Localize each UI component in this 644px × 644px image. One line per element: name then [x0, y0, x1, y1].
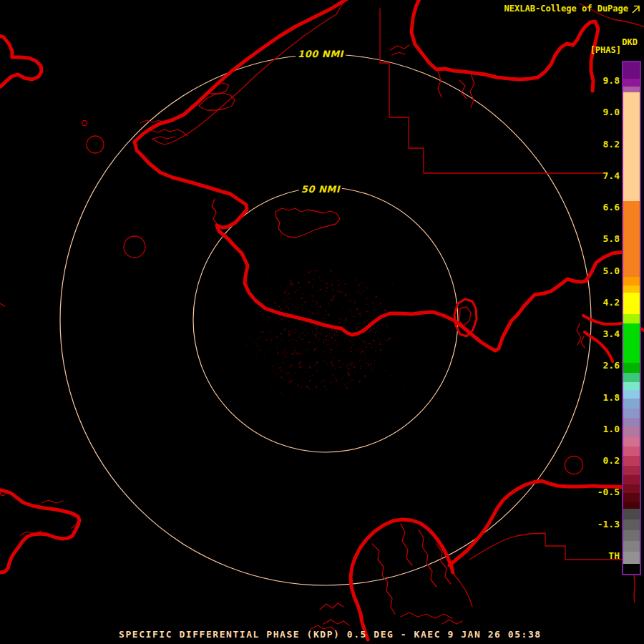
colorbar-segment [623, 493, 640, 502]
colorbar-segment [623, 390, 640, 399]
colorbar-segment [623, 530, 640, 541]
bottom-squiggle-2 [323, 620, 349, 625]
peninsula-thin-1 [42, 500, 63, 503]
lake-circle-1 [82, 121, 87, 126]
marsh-topright-2 [392, 52, 405, 55]
topleft-lake [0, 34, 42, 88]
river-branch-1 [438, 71, 441, 97]
lake-west-outflow [351, 558, 368, 640]
colorbar-segment [623, 427, 640, 437]
delta-squiggle-1 [577, 323, 581, 345]
radar-echo-layer [245, 268, 407, 397]
colorbar-segment [623, 437, 640, 447]
bay-lagoon-outline [275, 208, 340, 238]
bottom-squiggle-5 [442, 620, 462, 624]
colorbar-segment [623, 277, 640, 286]
map-thin-lines [0, 0, 644, 631]
county-line-top [380, 9, 605, 173]
barrier-coastline [135, 0, 624, 351]
status-bar: SPECIFIC DIFFERENTIAL PHASE (KDP) 0.5 DE… [119, 629, 542, 640]
colorbar-segment [623, 363, 640, 373]
lagoon-line [152, 0, 348, 145]
ring-label-100nmi: 100 NMI [296, 49, 346, 59]
colorbar-segment [623, 399, 640, 409]
delta-squiggle-2 [581, 336, 585, 348]
colorbar-segment [623, 519, 640, 530]
colorbar-segment [623, 466, 640, 475]
se-coastline [449, 481, 624, 565]
colorbar-segment [623, 92, 640, 201]
colorbar-segment [623, 373, 640, 382]
colorbar-segment [623, 293, 640, 314]
lake-river-2 [401, 524, 412, 565]
northeast-arrow-icon [631, 4, 640, 14]
colorbar-segment [623, 502, 640, 509]
marsh-line-3 [153, 137, 175, 139]
colorbar-segment [623, 323, 640, 363]
sw-peninsula [0, 489, 79, 572]
colorbar-segment [623, 447, 640, 456]
ring-label-50nmi: 50 NMI [299, 184, 342, 195]
bottom-squiggle-1 [320, 603, 343, 610]
range-ring-50nmi [193, 187, 458, 452]
colorbar-segment [623, 418, 640, 427]
se-border-line-2 [628, 574, 635, 602]
colorbar-segment [623, 475, 640, 484]
island-inner-detail [459, 307, 471, 326]
colorbar-segment [623, 286, 640, 293]
colorbar-segment [623, 552, 640, 564]
colorbar-segment [623, 382, 640, 390]
colorbar-segment [623, 62, 640, 79]
colorbar-segment [623, 409, 640, 418]
radar-map [0, 0, 644, 644]
colorbar-segment [623, 509, 640, 519]
colorbar-segment [623, 79, 640, 87]
brand-text: NEXLAB-College of DuPage [504, 4, 628, 14]
lake-circle-4 [565, 457, 583, 474]
lake-circle-3 [124, 236, 145, 258]
delta-arc-1 [583, 316, 621, 324]
colorbar-segment [623, 314, 640, 323]
colorbar-segment [623, 484, 640, 493]
radar-screen: 100 NMI 50 NMI NEXLAB-College of DuPage … [0, 0, 644, 644]
river-branch-3 [459, 80, 467, 99]
colorbar-segment [623, 456, 640, 466]
colorbar-segment [623, 87, 640, 92]
colorbar [622, 61, 641, 575]
colorbar-segment [623, 541, 640, 552]
bottom-squiggle-4 [401, 613, 452, 618]
se-border-line [469, 533, 623, 560]
map-coastlines [0, 0, 644, 640]
marsh-topright-1 [390, 45, 409, 50]
product-id: DKD [622, 37, 638, 47]
lake-edge-thin [452, 572, 472, 607]
river-branch-2 [470, 74, 474, 107]
marsh-central [212, 199, 218, 225]
left-edge-tick [0, 303, 5, 306]
lake-river-3 [419, 530, 436, 587]
colorbar-segment [623, 201, 640, 277]
product-units: [PHAS] [590, 45, 621, 55]
lake-circle-2 [87, 136, 104, 153]
header: NEXLAB-College of DuPage [504, 4, 640, 14]
colorbar-segment [623, 564, 640, 574]
